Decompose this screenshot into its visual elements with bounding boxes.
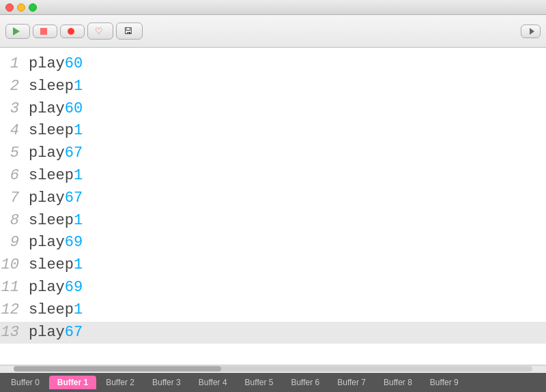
code-value: 60 bbox=[65, 54, 83, 75]
line-number: 10 bbox=[0, 255, 29, 276]
toolbar: ♡ 🖫 bbox=[0, 15, 546, 48]
line-number: 12 bbox=[0, 300, 29, 321]
stop-icon bbox=[40, 28, 47, 35]
code-keyword: play bbox=[29, 277, 65, 299]
code-line: 7 play 67 bbox=[0, 187, 546, 210]
code-line: 10 sleep 1 bbox=[0, 254, 546, 277]
minimize-button[interactable] bbox=[17, 3, 25, 12]
code-value: 67 bbox=[65, 188, 83, 209]
code-line: 6 sleep 1 bbox=[0, 165, 546, 187]
save-button[interactable]: ♡ bbox=[87, 22, 113, 40]
rec-button[interactable] bbox=[60, 25, 85, 38]
buffer-tab[interactable]: Buffer 6 bbox=[283, 376, 328, 389]
code-keyword: sleep bbox=[29, 211, 74, 232]
play-icon bbox=[13, 27, 20, 35]
line-number: 11 bbox=[0, 277, 29, 299]
code-keyword: play bbox=[29, 322, 65, 344]
code-keyword: play bbox=[29, 54, 65, 75]
code-value: 1 bbox=[74, 166, 83, 187]
code-line: 2 sleep 1 bbox=[0, 76, 546, 98]
buffer-tab[interactable]: Buffer 7 bbox=[329, 376, 374, 389]
chevron-right-icon bbox=[530, 28, 534, 35]
buffer-tab[interactable]: Buffer 4 bbox=[190, 376, 235, 389]
line-number: 9 bbox=[0, 232, 29, 254]
code-line: 12 sleep 1 bbox=[0, 299, 546, 322]
code-value: 67 bbox=[65, 322, 83, 344]
code-value: 1 bbox=[74, 255, 83, 276]
code-value: 69 bbox=[65, 232, 83, 254]
code-value: 1 bbox=[74, 300, 83, 321]
code-keyword: sleep bbox=[29, 76, 74, 97]
code-value: 69 bbox=[65, 277, 83, 299]
heart-icon: ♡ bbox=[95, 26, 103, 36]
maximize-button[interactable] bbox=[29, 3, 37, 12]
code-keyword: sleep bbox=[29, 166, 74, 187]
buffer-tab[interactable]: Buffer 5 bbox=[237, 376, 282, 389]
code-keyword: sleep bbox=[29, 121, 74, 142]
traffic-lights bbox=[5, 3, 37, 12]
buffer-tabs: Buffer 0Buffer 1Buffer 2Buffer 3Buffer 4… bbox=[0, 373, 546, 392]
code-value: 1 bbox=[74, 211, 83, 232]
scrollbar-thumb[interactable] bbox=[14, 366, 221, 372]
code-keyword: play bbox=[29, 232, 65, 254]
code-line: 5 play 67 bbox=[0, 142, 546, 165]
title-bar bbox=[0, 0, 546, 15]
line-number: 8 bbox=[0, 211, 29, 232]
code-value: 1 bbox=[74, 76, 83, 97]
code-editor[interactable]: 1 play 60 2 sleep 1 3 play 60 4 sleep 1 … bbox=[0, 48, 546, 365]
code-keyword: sleep bbox=[29, 255, 74, 276]
code-line: 13 play 67 bbox=[0, 322, 546, 344]
buffer-tab[interactable]: Buffer 2 bbox=[98, 376, 143, 389]
line-number: 7 bbox=[0, 188, 29, 209]
line-number: 4 bbox=[0, 121, 29, 142]
line-number: 6 bbox=[0, 166, 29, 187]
code-line: 1 play 60 bbox=[0, 53, 546, 76]
code-lines: 1 play 60 2 sleep 1 3 play 60 4 sleep 1 … bbox=[0, 48, 546, 349]
line-number: 1 bbox=[0, 54, 29, 75]
buffer-tab[interactable]: Buffer 1 bbox=[49, 376, 96, 389]
buffer-tab[interactable]: Buffer 0 bbox=[3, 376, 48, 389]
scrollbar-track bbox=[14, 366, 532, 372]
line-number: 2 bbox=[0, 76, 29, 97]
code-line: 11 play 69 bbox=[0, 277, 546, 299]
horizontal-scrollbar[interactable] bbox=[0, 365, 546, 373]
buffer-tab[interactable]: Buffer 9 bbox=[422, 376, 467, 389]
close-button[interactable] bbox=[5, 3, 14, 12]
line-number: 5 bbox=[0, 143, 29, 164]
code-value: 60 bbox=[65, 99, 83, 120]
code-keyword: sleep bbox=[29, 300, 74, 321]
code-value: 67 bbox=[65, 143, 83, 164]
run-button[interactable] bbox=[5, 24, 30, 39]
floppy-icon: 🖫 bbox=[124, 26, 132, 36]
size-button[interactable] bbox=[521, 25, 541, 38]
code-line: 3 play 60 bbox=[0, 98, 546, 121]
buffer-tab[interactable]: Buffer 8 bbox=[375, 376, 420, 389]
code-line: 9 play 69 bbox=[0, 232, 546, 254]
code-keyword: play bbox=[29, 188, 65, 209]
code-keyword: play bbox=[29, 99, 65, 120]
rec-icon bbox=[68, 28, 74, 35]
stop-button[interactable] bbox=[33, 25, 57, 38]
load-button[interactable]: 🖫 bbox=[116, 22, 143, 40]
line-number: 3 bbox=[0, 99, 29, 120]
code-value: 1 bbox=[74, 121, 83, 142]
code-line: 4 sleep 1 bbox=[0, 120, 546, 142]
line-number: 13 bbox=[0, 322, 29, 344]
code-line: 8 sleep 1 bbox=[0, 210, 546, 232]
code-keyword: play bbox=[29, 143, 65, 164]
buffer-tab[interactable]: Buffer 3 bbox=[144, 376, 189, 389]
